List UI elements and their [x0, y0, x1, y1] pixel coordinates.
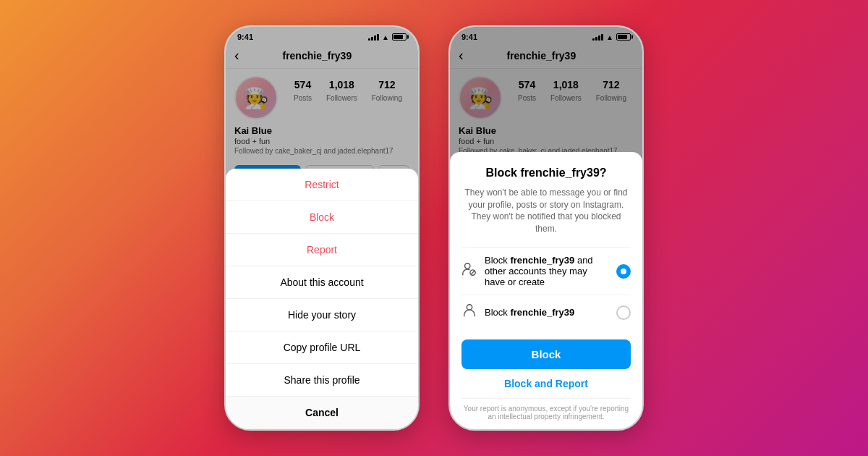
modal-title: Block frenchie_fry39? — [461, 166, 631, 180]
block-user-icon — [461, 303, 477, 322]
sheet-item-report[interactable]: Report — [226, 234, 418, 266]
radio-circle-1[interactable] — [616, 264, 631, 279]
radio-dot-1 — [621, 269, 626, 274]
sheet-item-cancel[interactable]: Cancel — [226, 397, 418, 429]
sheet-item-hide-story[interactable]: Hide your story — [226, 299, 418, 332]
phone-1: 9:41 ▲ ‹ frenchie_fry39 🧑‍🍳 — [224, 25, 420, 431]
svg-point-0 — [465, 263, 470, 269]
block-option-1[interactable]: Block frenchie_fry39 and other accounts … — [461, 247, 631, 295]
svg-point-3 — [467, 305, 472, 310]
sheet-item-share-profile[interactable]: Share this profile — [226, 364, 418, 397]
sheet-item-restrict[interactable]: Restrict — [226, 169, 418, 201]
modal-description: They won't be able to message you or fin… — [461, 187, 631, 235]
block-report-button[interactable]: Block and Report — [461, 369, 631, 398]
block-accounts-icon — [461, 261, 477, 281]
block-option-2-label: Block frenchie_fry39 — [485, 307, 609, 318]
phone-2: 9:41 ▲ ‹ frenchie_fry39 🧑‍🍳 — [448, 25, 644, 431]
block-option-2[interactable]: Block frenchie_fry39 — [461, 295, 631, 329]
modal-footer-text: Your report is anonymous, except if you'… — [461, 398, 631, 429]
block-modal: Block frenchie_fry39? They won't be able… — [450, 152, 642, 429]
sheet-item-about[interactable]: About this account — [226, 266, 418, 299]
radio-circle-2[interactable] — [616, 305, 631, 320]
block-option-1-label: Block frenchie_fry39 and other accounts … — [485, 255, 609, 287]
block-confirm-button[interactable]: Block — [461, 339, 631, 369]
sheet-item-block[interactable]: Block — [226, 201, 418, 234]
modal-overlay-2: Block frenchie_fry39? They won't be able… — [450, 27, 642, 429]
sheet-item-copy-url[interactable]: Copy profile URL — [226, 332, 418, 364]
bottom-sheet-1: Restrict Block Report About this account… — [226, 169, 418, 429]
svg-line-2 — [471, 271, 475, 274]
